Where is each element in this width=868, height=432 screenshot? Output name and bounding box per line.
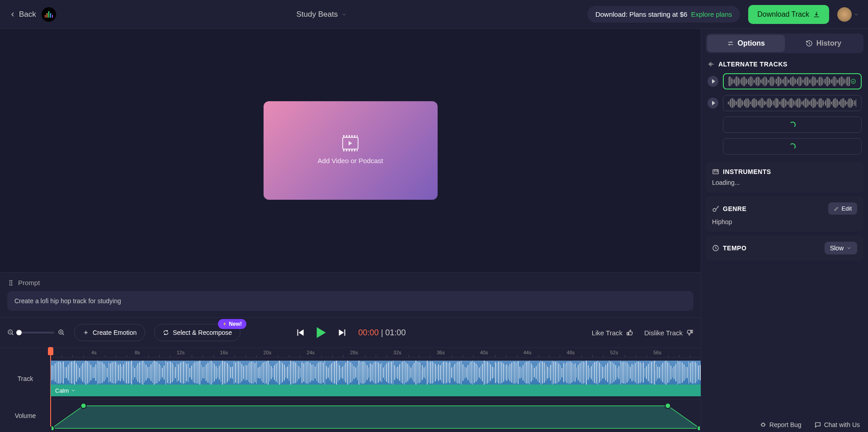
- svg-rect-3: [344, 329, 345, 336]
- track-row[interactable]: Calm: [51, 358, 701, 399]
- genre-value: Hiphop: [712, 218, 857, 225]
- history-icon: [806, 40, 813, 47]
- emotion-label: Calm: [55, 387, 69, 394]
- right-sidebar: Options History ALTERNATE TRACKS: [701, 29, 868, 432]
- time-tick: 40s: [480, 350, 488, 355]
- alt-play-button[interactable]: [708, 98, 718, 108]
- svg-point-6: [665, 403, 670, 409]
- tempo-label: TEMPO: [723, 244, 746, 252]
- guitar-icon: [712, 205, 719, 212]
- chat-icon: [814, 421, 821, 428]
- select-recompose-button[interactable]: Select & Recompose New!: [154, 324, 241, 341]
- clock-icon: [712, 244, 719, 252]
- bottom-bar: Report Bug Chat with Us: [751, 418, 868, 432]
- create-emotion-button[interactable]: Create Emotion: [74, 324, 145, 341]
- volume-row[interactable]: [51, 399, 701, 432]
- instruments-loading: Loading...: [712, 179, 857, 186]
- time-tick: 24s: [307, 350, 315, 355]
- alt-play-button[interactable]: [708, 76, 718, 87]
- time-tick: 48s: [567, 350, 575, 355]
- play-button[interactable]: [317, 327, 326, 338]
- tab-options[interactable]: Options: [707, 35, 785, 52]
- dislike-track-button[interactable]: Dislike Track: [644, 329, 693, 337]
- pencil-icon: [834, 206, 839, 211]
- alternate-tracks-section: ALTERNATE TRACKS: [706, 57, 863, 158]
- volume-envelope[interactable]: [52, 401, 700, 430]
- top-bar: Back Study Beats Download: Plans startin…: [0, 0, 868, 29]
- time-tick: 52s: [610, 350, 618, 355]
- bug-icon: [760, 421, 767, 428]
- time-tick: 4s: [91, 350, 97, 355]
- svg-point-7: [697, 426, 700, 430]
- time-total: 01:00: [385, 328, 406, 337]
- alternate-track-loading: [723, 138, 862, 155]
- back-label: Back: [19, 10, 36, 19]
- add-video-podcast-card[interactable]: Add Video or Podcast: [264, 101, 438, 200]
- project-title-dropdown[interactable]: Study Beats: [297, 10, 347, 19]
- zoom-out-icon[interactable]: [7, 329, 14, 336]
- time-ruler[interactable]: 0s4s8s12s16s20s24s28s32s36s40s44s48s52s5…: [51, 348, 701, 358]
- report-bug-button[interactable]: Report Bug: [760, 421, 802, 428]
- select-recompose-label: Select & Recompose: [173, 329, 232, 336]
- time-current: 00:00: [359, 328, 379, 337]
- controls-bar: Create Emotion Select & Recompose New! 0…: [0, 317, 701, 347]
- genre-label: GENRE: [723, 205, 746, 212]
- time-tick: 56s: [653, 350, 661, 355]
- thumbs-up-icon: [626, 329, 633, 336]
- zoom-slider[interactable]: [18, 332, 54, 333]
- time-tick: 36s: [437, 350, 445, 355]
- tab-history[interactable]: History: [785, 35, 863, 52]
- time-tick: 20s: [263, 350, 271, 355]
- time-tick: 16s: [220, 350, 228, 355]
- chevron-down-icon: [71, 388, 76, 393]
- chat-button[interactable]: Chat with Us: [814, 421, 860, 428]
- film-play-icon: [342, 137, 359, 150]
- waveform-icon: [708, 61, 715, 68]
- prompt-label: Prompt: [18, 279, 40, 286]
- alt-waveform: [723, 73, 862, 89]
- plan-pill[interactable]: Download: Plans starting at $6 Explore p…: [587, 6, 740, 23]
- preview-area: Add Video or Podcast: [0, 29, 701, 272]
- explore-plans-link[interactable]: Explore plans: [691, 10, 732, 18]
- download-icon: [813, 11, 820, 18]
- edit-genre-button[interactable]: Edit: [828, 202, 857, 215]
- instruments-section: INSTRUMENTS Loading...: [706, 162, 863, 193]
- sidebar-tabs: Options History: [706, 33, 863, 53]
- like-track-button[interactable]: Like Track: [592, 329, 633, 337]
- svg-point-8: [851, 79, 855, 84]
- volume-row-label: Volume: [0, 399, 51, 432]
- emotion-chip[interactable]: Calm: [51, 385, 701, 396]
- skip-forward-button[interactable]: [337, 327, 348, 338]
- alt-waveform: [723, 95, 862, 111]
- skip-back-button[interactable]: [295, 327, 306, 338]
- check-circle-icon: [850, 77, 856, 85]
- spinner-icon: [789, 122, 796, 128]
- download-label: Download Track: [757, 10, 809, 19]
- like-label: Like Track: [592, 329, 623, 337]
- prompt-input[interactable]: [7, 291, 693, 311]
- dislike-label: Dislike Track: [644, 329, 683, 337]
- plus-icon: [83, 329, 89, 336]
- playback-controls: 00:00 | 01:00: [295, 327, 406, 338]
- plan-text: Download: Plans starting at $6: [595, 10, 687, 18]
- time-display: 00:00 | 01:00: [359, 328, 406, 338]
- tempo-section: TEMPO Slow: [706, 235, 863, 261]
- alternate-track-1[interactable]: [708, 73, 862, 89]
- genre-section: GENRE Edit Hiphop: [706, 196, 863, 232]
- alternate-track-2[interactable]: [708, 95, 862, 111]
- back-button[interactable]: Back: [9, 10, 36, 19]
- zoom-in-icon[interactable]: [58, 329, 65, 336]
- user-menu[interactable]: [837, 7, 859, 22]
- avatar: [837, 7, 852, 22]
- prompt-section: Prompt: [0, 272, 701, 317]
- alternate-track-loading: [723, 117, 862, 133]
- arrow-left-icon: [9, 11, 16, 18]
- svg-rect-2: [297, 329, 298, 336]
- chevron-down-icon: [846, 245, 852, 251]
- chevron-down-icon: [341, 12, 347, 17]
- alternate-tracks-label: ALTERNATE TRACKS: [718, 61, 788, 68]
- text-cursor-icon: [7, 279, 14, 286]
- download-track-button[interactable]: Download Track: [748, 5, 829, 24]
- track-waveform: [51, 361, 701, 385]
- tempo-dropdown[interactable]: Slow: [825, 242, 857, 254]
